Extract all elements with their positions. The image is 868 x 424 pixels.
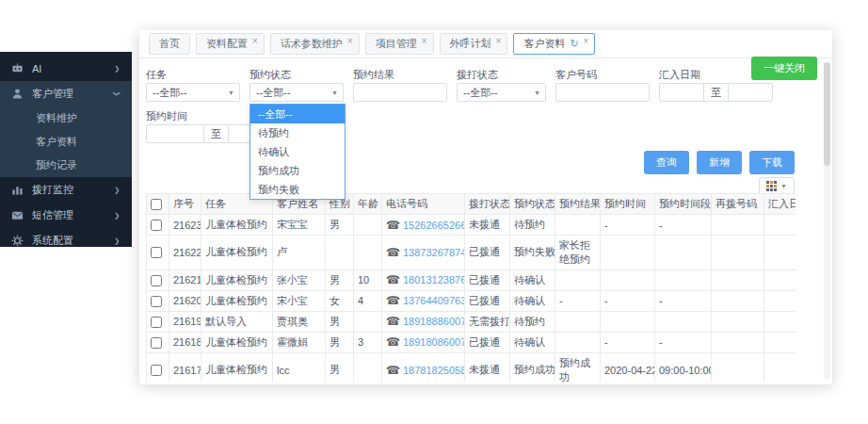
row-checkbox[interactable] [151,317,162,328]
cell [712,311,764,332]
cell: 贾琪奥 [273,311,326,332]
customer-number-input[interactable] [555,83,650,102]
add-button[interactable]: 新增 [697,151,742,174]
dropdown-option[interactable]: --全部-- [250,105,345,123]
main-panel: 首页资料配置×话术参数维护×项目管理×外呼计划×客户资料↻× 一键关闭 任务 -… [139,30,832,384]
sidebar-item-label: AI [32,63,41,74]
tab-客户资料[interactable]: 客户资料↻× [513,33,595,55]
chevron-expanded-icon: ❯ [114,90,121,96]
cell [655,269,712,290]
select-all-checkbox[interactable] [151,199,162,210]
chevron-down-icon: ▼ [780,183,787,189]
cell: 已拨通 [465,290,510,311]
query-button[interactable]: 查询 [644,151,689,174]
column-header: 再拨号码 [712,194,764,215]
sidebar: AI❯客户管理❯资料维护客户资料预约记录拨打监控❯短信管理❯系统配置❯ [0,52,132,247]
cell: 10 [354,269,382,290]
tab-资料配置[interactable]: 资料配置× [196,33,265,55]
settings-icon [11,235,24,247]
phone-number-link[interactable]: 18013123876 [403,274,465,285]
cell: - [655,332,712,352]
row-checkbox[interactable] [151,220,162,231]
cell: 已拨通 [465,269,510,290]
customer-table-container[interactable]: 序号任务客户姓名性别年龄电话号码拨打状态预约状态预约结果预约时间预约时间段再拨号… [146,193,796,382]
column-header: 预约时间 [601,194,655,215]
sidebar-item-短信管理[interactable]: 短信管理❯ [0,203,132,228]
sidebar-item-label: 系统配置 [32,234,73,248]
phone-number-link[interactable]: 18781825058 [403,365,465,376]
appointment-result-input[interactable] [353,83,447,102]
cell [764,269,796,290]
row-checkbox-cell [147,332,169,352]
sidebar-group: 拨打监控❯ [0,177,132,203]
appointment-status-select[interactable]: --全部-- ▼ [249,83,344,102]
customer-table: 序号任务客户姓名性别年龄电话号码拨打状态预约状态预约结果预约时间预约时间段再拨号… [146,193,796,382]
sidebar-item-AI[interactable]: AI❯ [0,56,132,81]
phone-number-link[interactable]: 15262665266 [403,220,465,231]
task-label: 任务 [146,68,240,79]
cell [555,332,601,352]
row-checkbox[interactable] [151,275,162,286]
cell: 张小宝 [273,269,326,290]
sidebar-item-系统配置[interactable]: 系统配置❯ [0,228,132,253]
refresh-icon[interactable]: ↻ [570,39,578,49]
cell: 待预约 [510,311,555,332]
row-checkbox[interactable] [151,247,162,258]
cell: 男 [326,215,354,236]
tab-label: 项目管理 [376,37,417,51]
sidebar-item-拨打监控[interactable]: 拨打监控❯ [0,177,132,203]
sidebar-subitem-预约记录[interactable]: 预约记录 [0,154,132,177]
sidebar-item-客户管理[interactable]: 客户管理❯ [0,81,132,106]
cell [712,290,764,311]
dropdown-option[interactable]: 预约成功 [250,161,345,180]
tab-首页[interactable]: 首页 [149,33,190,55]
dropdown-option[interactable]: 待预约 [250,123,345,142]
sidebar-group: AI❯ [0,56,132,81]
sidebar-subitem-资料维护[interactable]: 资料维护 [0,106,132,130]
row-checkbox[interactable] [151,296,162,307]
close-icon[interactable]: × [347,37,353,46]
vertical-scrollbar[interactable] [824,62,830,379]
call-status-select[interactable]: --全部-- ▼ [457,83,546,102]
scrollbar-thumb[interactable] [824,62,830,166]
sidebar-subitem-客户资料[interactable]: 客户资料 [0,130,132,154]
cell [712,352,764,382]
tab-label: 客户资料 [523,37,565,51]
appointment-time-from-input[interactable] [146,124,204,143]
tab-项目管理[interactable]: 项目管理× [365,33,434,55]
close-icon[interactable]: × [496,37,502,46]
cell: 宋宝宝 [273,215,326,236]
header-checkbox-cell [147,194,169,215]
dropdown-option[interactable]: 待确认 [250,142,345,161]
import-date-to-input[interactable] [728,83,773,102]
task-select[interactable]: --全部-- ▼ [146,83,240,102]
close-icon[interactable]: × [584,37,589,46]
customer-number-label: 客户号码 [555,68,650,79]
phone-number-link[interactable]: 18918886007 [403,316,465,327]
phone-number-link[interactable]: 13764409763 [403,295,465,306]
cell: 宋小宝 [273,290,326,311]
cell: ☎18918086007 [382,332,465,352]
sms-icon [11,209,24,221]
close-icon[interactable]: × [252,37,258,46]
cell: 待确认 [510,332,555,352]
tab-外呼计划[interactable]: 外呼计划× [440,33,508,55]
column-header: 预约结果 [555,194,601,215]
close-icon[interactable]: × [422,37,427,46]
cell: ☎13873267874 [382,236,465,270]
row-checkbox[interactable] [151,337,162,349]
download-button[interactable]: 下载 [749,151,795,174]
cell [555,311,601,332]
phone-number-link[interactable]: 13873267874 [403,247,465,258]
cell: 无需拨打 [465,311,510,332]
row-checkbox[interactable] [151,365,162,376]
phone-icon: ☎ [386,246,400,259]
import-date-from-input[interactable] [659,83,704,102]
cell [354,215,382,236]
column-header: 拨打状态 [465,194,510,215]
cell: 21617 [169,352,201,382]
tab-话术参数维护[interactable]: 话术参数维护× [270,33,360,55]
dropdown-option[interactable]: 预约失败 [250,180,345,199]
filter-appointment-status: 预约状态 --全部-- ▼ --全部--待预约待确认预约成功预约失败 [249,66,344,102]
phone-number-link[interactable]: 18918086007 [403,336,465,348]
